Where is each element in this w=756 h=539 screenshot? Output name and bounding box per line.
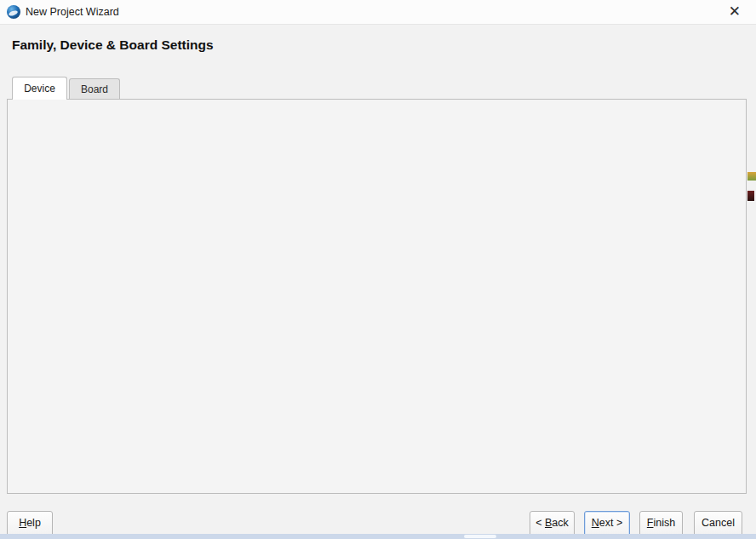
tab-device[interactable]: Device <box>12 77 67 100</box>
outer-scrollbar-thumb[interactable] <box>464 535 496 538</box>
tab-content-frame <box>7 99 747 494</box>
edge-artifact-icon <box>747 172 756 181</box>
tab-board[interactable]: Board <box>69 78 120 99</box>
window-title: New Project Wizard <box>26 6 119 18</box>
new-project-wizard-dialog: New Project Wizard ✕ Family, Device & Bo… <box>0 0 756 539</box>
window-titlebar: New Project Wizard ✕ <box>0 0 756 25</box>
page-title: Family, Device & Board Settings <box>12 37 214 53</box>
quartus-app-icon <box>7 5 20 19</box>
edge-artifact-icon <box>747 191 754 201</box>
outer-horizontal-scrollbar[interactable] <box>0 534 756 539</box>
close-icon[interactable]: ✕ <box>729 3 741 20</box>
